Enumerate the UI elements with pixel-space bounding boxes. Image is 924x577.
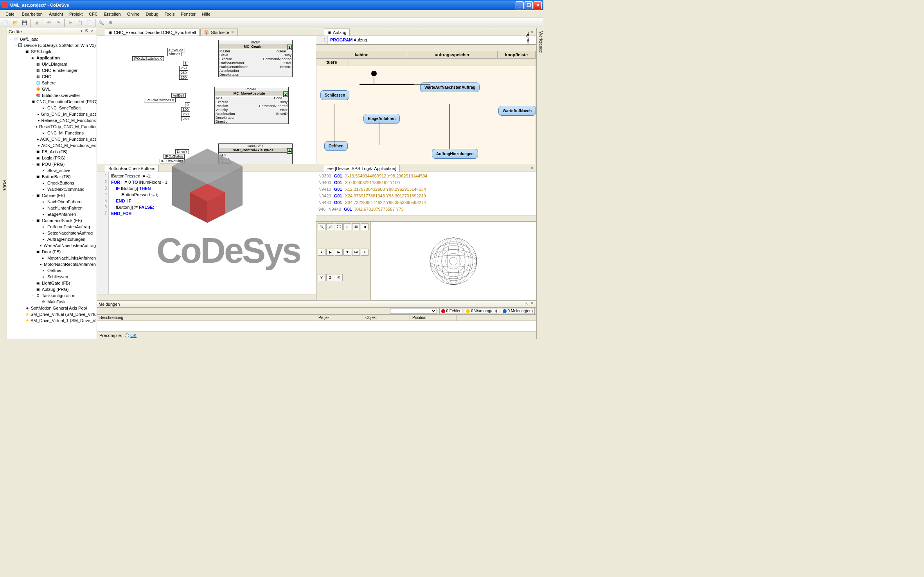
werkzeuge-tab[interactable]: Werkzeuge <box>539 31 543 339</box>
axis-y-icon[interactable]: Y <box>318 274 325 281</box>
statechart-diagram[interactable]: kabine auftragsspeicher knopfleiste tuer… <box>316 51 536 164</box>
tree-item[interactable]: 🔶GVL <box>8 86 96 92</box>
msg-col-header[interactable]: Beschreibung <box>97 315 316 321</box>
menu-datei[interactable]: Datei <box>2 11 19 17</box>
state-box[interactable]: EtageAnfahren <box>363 114 400 124</box>
pin-value[interactable]: IPO.dwSwitches.0 <box>132 56 164 61</box>
state-box[interactable]: Oeffnen <box>324 141 348 151</box>
tab-startseite[interactable]: 🏠 Startseite ✕ <box>200 29 237 36</box>
tree-item[interactable]: ▣Aufzug (PRG) <box>8 286 96 292</box>
menu-ansicht[interactable]: Ansicht <box>46 11 66 17</box>
hscrollbar[interactable] <box>316 45 536 51</box>
state-box[interactable]: AuftragHinzufuegen <box>432 149 478 159</box>
tree-item[interactable]: -▣CNC_ExecutionDecoded (PRG) <box>8 99 96 105</box>
rewind-icon[interactable]: ⏮ <box>335 249 343 256</box>
pin-value[interactable]: IPO.bWorking <box>160 159 185 163</box>
tree-item[interactable]: ▸Oeffnen <box>8 267 96 274</box>
close-button[interactable]: ✕ <box>534 1 542 9</box>
tree-item[interactable]: ▸WarteAufNaechstenAuftrag <box>8 242 96 249</box>
pin-value[interactable]: IPO.iStatus <box>164 154 185 159</box>
paste-icon[interactable]: 📄 <box>85 19 93 27</box>
precompile-ok-link[interactable]: OK <box>130 333 137 338</box>
menu-hilfe[interactable]: Hilfe <box>199 11 214 17</box>
find-icon[interactable]: 🔍 <box>97 19 106 27</box>
pin-value[interactable]: 250 <box>179 66 188 70</box>
message-badge[interactable]: 0 Warnung(en) <box>464 308 499 314</box>
menu-erstellen[interactable]: Erstellen <box>101 11 124 17</box>
messages-filter[interactable] <box>390 308 437 314</box>
function-block[interactable]: mcGIMC_GearIn1MasterInGearSlaveBusyExecu… <box>218 40 293 77</box>
tab-cnc-synctobelt[interactable]: ▣ CNC_ExecutionDecoded.CNC_SyncToBelt <box>105 29 200 36</box>
tree-item[interactable]: ▸CheckButtons <box>8 180 96 186</box>
tree-item[interactable]: ▸Relaese_CNC_M_Functions <box>8 117 96 124</box>
gcode-viewer[interactable]: N9390 G01 X-13.5640344669912 Y98.2962913… <box>316 172 536 215</box>
maximize-button[interactable]: ❐ <box>525 1 533 9</box>
tree-item[interactable]: ▸EtageAnfahren <box>8 211 96 217</box>
menu-projekt[interactable]: Projekt <box>66 11 86 17</box>
open-icon[interactable]: 📂 <box>11 19 20 27</box>
function-block[interactable]: mcMAMC_MoveAbsolute2AxisDoneExecuteBusyP… <box>214 87 289 124</box>
pin-value[interactable]: 250 <box>181 112 190 116</box>
tree-item[interactable]: ▸SetzeNaechstenAuftrag <box>8 230 96 236</box>
tree-item[interactable]: -▣Door (FB) <box>8 249 96 255</box>
tree-item[interactable]: ▣Logic (PRG) <box>8 155 96 161</box>
tree-item[interactable]: ▦CNC <box>8 73 96 80</box>
tab-gcode[interactable]: ere [Device: SPS-Logik: Application] <box>324 165 400 172</box>
state-box[interactable]: WarteAufNaechstenAuftrag <box>420 82 480 92</box>
print-icon[interactable]: 🖨 <box>32 19 41 27</box>
device-tree[interactable]: -📄UML_asc-🔲Device (CoDeSys SoftMotion Wi… <box>7 35 97 339</box>
tree-item[interactable]: -📄UML_asc <box>8 36 96 42</box>
fit-icon[interactable]: ⛶ <box>335 223 343 230</box>
code-editor[interactable]: 1234567 iButtonPressed := -1; FOR i := 0… <box>97 172 316 294</box>
tree-item[interactable]: ▸Schliessen <box>8 274 96 280</box>
messages-list[interactable] <box>97 321 536 332</box>
cut-icon[interactable]: ✂ <box>66 19 75 27</box>
zoom-out-icon[interactable]: 🔎 <box>326 223 334 230</box>
hscrollbar[interactable] <box>316 215 536 221</box>
tree-item[interactable]: ▸CNC_M_Functions <box>8 130 96 136</box>
tree-item[interactable]: -◈Application <box>8 55 96 61</box>
rotate-icon[interactable]: ⟲ <box>335 274 343 281</box>
tree-item[interactable]: ▸ResetTGrip_CNC_M_Function <box>8 124 96 130</box>
tree-item[interactable]: -◈SoftMotion General Axis Pool <box>8 305 96 311</box>
menu-tools[interactable]: Tools <box>162 11 178 17</box>
new-icon[interactable]: 📄 <box>2 19 10 27</box>
tree-item[interactable]: -▣SPS-Logik <box>8 48 96 55</box>
tree-item[interactable]: -▣POU (PRG) <box>8 161 96 167</box>
tree-item[interactable]: ⚡SM_Drive_Virtual_1 (SM_Drive_Virtual) <box>8 317 96 324</box>
tree-item[interactable]: ▸MotorNachRechtsAnfahren <box>8 261 96 267</box>
pin-value[interactable]: VirtBelt <box>167 52 182 56</box>
panel-pin-icon[interactable]: ⇱ <box>84 29 90 34</box>
pin-value[interactable]: 250 <box>179 75 188 80</box>
tree-item[interactable]: ▸Slow_active <box>8 167 96 174</box>
msg-col-header[interactable]: Objekt <box>363 315 410 321</box>
menu-fenster[interactable]: Fenster <box>178 11 199 17</box>
tool-icon[interactable]: ⚙ <box>106 19 115 27</box>
pin-value[interactable]: 250 <box>181 116 190 121</box>
arrow-left-icon[interactable]: ◀ <box>361 223 369 230</box>
hscrollbar[interactable] <box>97 294 316 300</box>
pous-tab[interactable]: POUs <box>0 28 7 339</box>
pin-value[interactable]: 0 <box>185 102 190 107</box>
pin-value[interactable]: 1 <box>183 61 188 66</box>
tree-item[interactable]: ⚙MainTask <box>8 299 96 305</box>
axis-x-icon[interactable]: X <box>361 249 369 256</box>
pin-value[interactable]: DriveY <box>175 149 189 154</box>
tree-item[interactable]: ▸EntferneErstenAuftrag <box>8 224 96 230</box>
state-box[interactable]: Schliessen <box>320 90 349 100</box>
pin-value[interactable]: VirtBelt <box>171 93 186 98</box>
tree-item[interactable]: 📚Bibliotheksverwalter <box>8 92 96 99</box>
tree-item[interactable]: ▸MotorNachLinksAnfahren <box>8 255 96 261</box>
tree-item[interactable]: ▸NachUntenFahren <box>8 205 96 211</box>
tree-item[interactable]: ▦CNC-Einstellungen <box>8 67 96 73</box>
forward-icon[interactable]: ⏭ <box>352 249 360 256</box>
down-icon[interactable]: ▼ <box>343 249 351 256</box>
home-icon[interactable]: ⌂ <box>343 223 351 230</box>
msg-col-header[interactable]: Projekt <box>316 315 363 321</box>
grid-icon[interactable]: ▦ <box>352 223 360 230</box>
arrow-up-icon[interactable]: ▲ <box>318 249 325 256</box>
pin-value[interactable]: 250 <box>179 70 188 75</box>
arrow-right-icon[interactable]: ▶ <box>326 249 334 256</box>
msg-col-header[interactable]: Position <box>410 315 457 321</box>
panel-dropdown-icon[interactable]: ▾ <box>79 29 84 34</box>
